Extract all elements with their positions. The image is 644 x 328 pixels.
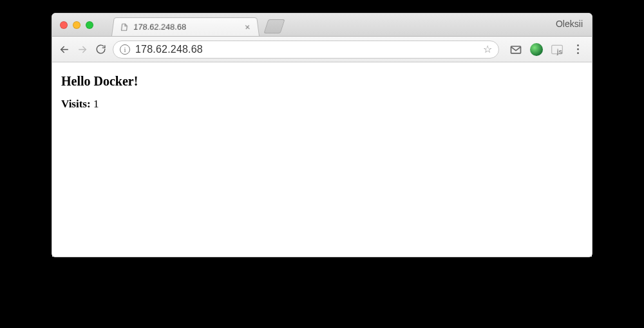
window-controls bbox=[52, 21, 101, 29]
new-tab-button[interactable] bbox=[263, 19, 285, 33]
back-button[interactable] bbox=[59, 44, 70, 55]
kebab-menu-icon bbox=[577, 44, 579, 54]
visits-line: Visits: 1 bbox=[61, 98, 583, 111]
browser-window: 178.62.248.68 × Oleksii i 178.62.248.68 … bbox=[52, 13, 592, 257]
page-heading: Hello Docker! bbox=[61, 74, 583, 89]
profile-name[interactable]: Oleksii bbox=[556, 19, 583, 29]
url-text: 178.62.248.68 bbox=[135, 44, 478, 55]
visits-value: 1 bbox=[93, 98, 99, 110]
browser-tab[interactable]: 178.62.248.68 × bbox=[111, 17, 260, 36]
page-content: Hello Docker! Visits: 1 bbox=[52, 62, 592, 257]
site-info-icon[interactable]: i bbox=[120, 44, 130, 55]
menu-button[interactable] bbox=[571, 43, 584, 56]
address-bar[interactable]: i 178.62.248.68 ☆ bbox=[113, 41, 499, 59]
tab-bar: 178.62.248.68 × Oleksii bbox=[52, 14, 592, 37]
js-extension-label: js bbox=[557, 48, 562, 55]
visits-label: Visits: bbox=[61, 98, 91, 110]
mail-extension-icon[interactable] bbox=[509, 43, 522, 56]
maximize-window-button[interactable] bbox=[86, 21, 93, 29]
minimize-window-button[interactable] bbox=[73, 21, 80, 29]
tab-title: 178.62.248.68 bbox=[133, 23, 244, 32]
reload-button[interactable] bbox=[95, 44, 106, 55]
forward-button[interactable] bbox=[77, 44, 88, 55]
toolbar: i 178.62.248.68 ☆ js bbox=[52, 37, 592, 62]
bookmark-star-icon[interactable]: ☆ bbox=[483, 43, 492, 55]
close-window-button[interactable] bbox=[60, 21, 68, 29]
toolbar-right: js bbox=[506, 43, 585, 56]
tab-close-button[interactable]: × bbox=[243, 22, 252, 32]
green-circle-extension-icon[interactable] bbox=[530, 43, 543, 56]
page-favicon-icon bbox=[119, 23, 129, 32]
js-extension-icon[interactable]: js bbox=[551, 43, 564, 56]
